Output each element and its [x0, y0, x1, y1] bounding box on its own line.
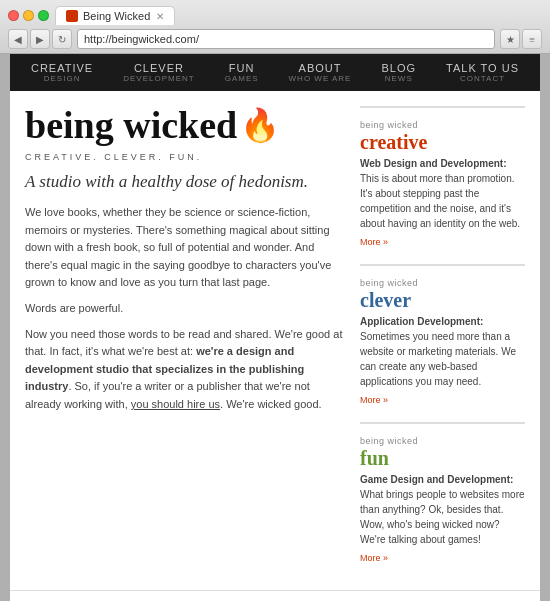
nav-clever[interactable]: clever development: [123, 62, 194, 83]
nav-about[interactable]: about who we are: [289, 62, 352, 83]
nav-blog-sub: news: [381, 74, 416, 83]
clever-body-text: Sometimes you need more than a website o…: [360, 331, 516, 387]
fun-more-link[interactable]: More »: [360, 553, 388, 563]
nav-creative-label: creative: [31, 62, 93, 74]
body-paragraph-1: We love books, whether they be science o…: [25, 204, 345, 292]
main-content: being wicked 🔥 CREATIVE. CLEVER. FUN. A …: [10, 91, 540, 590]
body-paragraph-3: Now you need those words to be read and …: [25, 326, 345, 414]
maximize-button[interactable]: [38, 10, 49, 21]
refresh-button[interactable]: ↻: [52, 29, 72, 49]
logo-tagline: CREATIVE. CLEVER. FUN.: [25, 152, 345, 162]
fun-title: fun: [360, 448, 525, 468]
clever-body: Application Development: Sometimes you n…: [360, 314, 525, 389]
nav-blog-label: blog: [381, 62, 416, 74]
minimize-button[interactable]: [23, 10, 34, 21]
nav-blog[interactable]: blog news: [381, 62, 416, 83]
clever-more-link[interactable]: More »: [360, 395, 388, 405]
nav-fun-label: fun: [225, 62, 259, 74]
body-paragraph-2: Words are powerful.: [25, 300, 345, 318]
tab-close-icon[interactable]: ✕: [156, 11, 164, 22]
flame-icon: 🔥: [240, 106, 280, 144]
address-bar[interactable]: http://beingwicked.com/: [77, 29, 495, 49]
nav-contact-sub: contact: [446, 74, 519, 83]
nav-fun[interactable]: fun games: [225, 62, 259, 83]
creative-more-link[interactable]: More »: [360, 237, 388, 247]
fun-body-text: What brings people to websites more than…: [360, 489, 525, 545]
forward-button[interactable]: ▶: [30, 29, 50, 49]
back-button[interactable]: ◀: [8, 29, 28, 49]
left-column: being wicked 🔥 CREATIVE. CLEVER. FUN. A …: [25, 106, 345, 580]
nav-clever-sub: development: [123, 74, 194, 83]
creative-body-text: This is about more than promotion. It's …: [360, 173, 520, 229]
hire-us-link[interactable]: you should hire us: [131, 398, 220, 410]
nav-contact[interactable]: talk to us contact: [446, 62, 519, 83]
nav-clever-label: clever: [123, 62, 194, 74]
browser-extra-buttons: ★ ≡: [500, 29, 542, 49]
right-section-fun: being wicked fun Game Design and Develop…: [360, 422, 525, 565]
creative-body: Web Design and Development: This is abou…: [360, 156, 525, 231]
right-section-clever: being wicked clever Application Developm…: [360, 264, 525, 407]
clever-eyebrow: being wicked: [360, 278, 418, 288]
creative-body-label: Web Design and Development:: [360, 158, 507, 169]
clever-title: clever: [360, 290, 525, 310]
browser-window-controls: [8, 10, 49, 21]
fun-eyebrow: being wicked: [360, 436, 418, 446]
creative-title: creative: [360, 132, 525, 152]
site-navigation: creative design clever development fun g…: [10, 54, 540, 91]
clever-body-label: Application Development:: [360, 316, 483, 327]
nav-contact-label: talk to us: [446, 62, 519, 74]
nav-about-label: about: [289, 62, 352, 74]
tab-title: Being Wicked: [83, 10, 150, 22]
fun-body-label: Game Design and Development:: [360, 474, 513, 485]
nav-creative-sub: design: [31, 74, 93, 83]
website-container: creative design clever development fun g…: [10, 54, 540, 601]
creative-eyebrow: being wicked: [360, 120, 418, 130]
site-logo: being wicked: [25, 106, 237, 144]
bold-text-1: we're a design and development studio th…: [25, 345, 304, 392]
right-column: being wicked creative Web Design and Dev…: [360, 106, 525, 580]
fun-body: Game Design and Development: What brings…: [360, 472, 525, 547]
logo-area: being wicked 🔥: [25, 106, 345, 144]
nav-about-sub: who we are: [289, 74, 352, 83]
nav-creative[interactable]: creative design: [31, 62, 93, 83]
bottom-section: featured work The Random RomanceBlog fro…: [10, 590, 540, 601]
bookmark-icon[interactable]: ★: [500, 29, 520, 49]
menu-icon[interactable]: ≡: [522, 29, 542, 49]
hero-headline: A studio with a healthy dose of hedonism…: [25, 172, 345, 192]
nav-fun-sub: games: [225, 74, 259, 83]
url-text: http://beingwicked.com/: [84, 33, 199, 45]
tab-favicon: [66, 10, 78, 22]
close-button[interactable]: [8, 10, 19, 21]
right-section-creative: being wicked creative Web Design and Dev…: [360, 106, 525, 249]
browser-nav-buttons: ◀ ▶ ↻: [8, 29, 72, 49]
browser-tab[interactable]: Being Wicked ✕: [55, 6, 175, 25]
